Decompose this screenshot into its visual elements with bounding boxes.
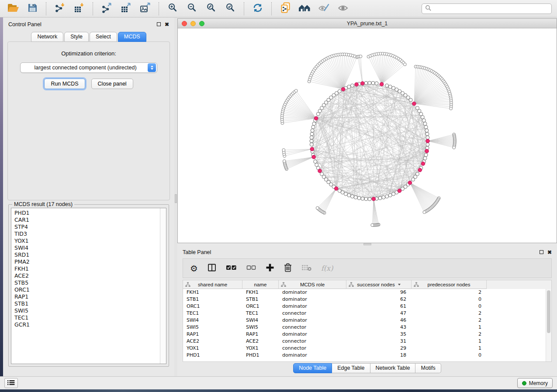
tab-node-table[interactable]: Node Table bbox=[293, 363, 332, 373]
close-panel-icon[interactable]: ✖ bbox=[165, 22, 169, 27]
vertical-splitter[interactable] bbox=[174, 17, 177, 376]
mcds-node[interactable] bbox=[418, 168, 422, 172]
window-close-traffic-light[interactable] bbox=[182, 21, 187, 26]
mcds-node[interactable] bbox=[372, 197, 376, 201]
network-window-titlebar[interactable]: YPA_prune.txt_1 bbox=[178, 19, 557, 28]
mcds-node[interactable] bbox=[355, 83, 359, 86]
first-neighbors-button[interactable] bbox=[296, 2, 313, 16]
mcds-node[interactable] bbox=[312, 155, 316, 159]
delete-column-button[interactable] bbox=[284, 263, 292, 274]
open-file-button[interactable] bbox=[4, 2, 22, 16]
mcds-list-item[interactable]: ACE2 bbox=[14, 272, 160, 279]
mcds-list-item[interactable]: FKH1 bbox=[14, 265, 160, 272]
mcds-node[interactable] bbox=[412, 102, 416, 106]
mcds-node[interactable] bbox=[334, 187, 338, 191]
zoom-out-button[interactable] bbox=[183, 2, 201, 16]
table-row[interactable]: FKH1FKH1dominator962 bbox=[183, 289, 551, 296]
export-image-button[interactable] bbox=[136, 2, 154, 16]
unselect-all-columns-button[interactable] bbox=[246, 265, 256, 272]
mcds-node[interactable] bbox=[408, 181, 412, 185]
float-panel-icon[interactable] bbox=[540, 250, 543, 254]
table-row[interactable]: STB1STB1dominator620 bbox=[183, 296, 551, 303]
export-table-button[interactable] bbox=[117, 2, 135, 16]
table-row[interactable]: RAP1RAP1dominator352 bbox=[183, 331, 551, 338]
mcds-list-item[interactable]: ORC1 bbox=[14, 286, 160, 293]
mcds-node[interactable] bbox=[425, 149, 429, 153]
float-panel-icon[interactable] bbox=[157, 22, 161, 26]
tab-network-table[interactable]: Network Table bbox=[370, 363, 416, 373]
table-row[interactable]: PHD1PHD1dominator180 bbox=[183, 352, 551, 359]
mcds-list-item[interactable]: CAR1 bbox=[14, 217, 160, 224]
table-row[interactable]: SWI5SWI5connector431 bbox=[183, 324, 551, 331]
close-panel-icon[interactable]: ✖ bbox=[547, 250, 552, 255]
table-row[interactable]: YOX1YOX1connector291 bbox=[183, 345, 551, 352]
table-row[interactable]: ACE2ACE2connector311 bbox=[183, 338, 551, 345]
export-network-button[interactable] bbox=[98, 2, 115, 16]
split-panel-button[interactable] bbox=[208, 263, 216, 274]
tab-motifs[interactable]: Motifs bbox=[415, 363, 441, 373]
column-header-shared-name[interactable]: shared name bbox=[183, 280, 242, 289]
search-input[interactable] bbox=[433, 6, 548, 12]
mcds-list-item[interactable]: PMA2 bbox=[14, 258, 160, 265]
criterion-select[interactable]: largest connected component (undirected) bbox=[20, 62, 157, 73]
splitter-handle[interactable] bbox=[363, 243, 371, 245]
clone-network-button[interactable] bbox=[277, 2, 294, 16]
column-header-MCDS-role[interactable]: MCDS role bbox=[279, 280, 346, 289]
window-zoom-traffic-light[interactable] bbox=[199, 21, 204, 26]
table-row[interactable]: SWI4SWI4dominator462 bbox=[183, 317, 551, 324]
table-row[interactable]: TEC1TEC1connector472 bbox=[183, 310, 551, 317]
mcds-list-item[interactable]: STB5 bbox=[14, 279, 160, 286]
mcds-list-item[interactable]: TEC1 bbox=[14, 314, 160, 321]
table-row[interactable]: ORC1ORC1dominator610 bbox=[183, 303, 551, 310]
mcds-list-item[interactable]: RAP1 bbox=[14, 293, 160, 300]
mcds-list-item[interactable]: SWI5 bbox=[14, 307, 160, 314]
mcds-list-scrollbar[interactable] bbox=[160, 208, 166, 364]
network-canvas[interactable] bbox=[178, 28, 557, 243]
column-header-predecessor-nodes[interactable]: predecessor nodes bbox=[412, 280, 487, 289]
tab-network[interactable]: Network bbox=[31, 32, 63, 42]
hide-graphics-details-button[interactable] bbox=[315, 2, 332, 16]
mcds-node[interactable] bbox=[426, 139, 430, 143]
mcds-node[interactable] bbox=[314, 117, 318, 120]
import-table-button[interactable] bbox=[70, 2, 88, 16]
zoom-selected-button[interactable] bbox=[221, 2, 239, 16]
mcds-list-item[interactable]: STB1 bbox=[14, 300, 160, 307]
mcds-node[interactable] bbox=[310, 147, 314, 151]
mcds-node[interactable] bbox=[380, 83, 384, 86]
mcds-node[interactable] bbox=[318, 169, 322, 173]
table-scrollbar-thumb[interactable] bbox=[547, 290, 550, 333]
select-all-columns-button[interactable] bbox=[226, 264, 237, 273]
close-panel-button[interactable]: Close panel bbox=[91, 79, 133, 89]
import-network-button[interactable] bbox=[51, 2, 69, 16]
mcds-list-item[interactable]: SWI4 bbox=[14, 244, 160, 251]
mcds-list-item[interactable]: YOX1 bbox=[14, 237, 160, 244]
save-session-button[interactable] bbox=[24, 2, 41, 16]
show-panels-button[interactable] bbox=[4, 378, 18, 388]
tab-style[interactable]: Style bbox=[64, 32, 89, 42]
tab-mcds[interactable]: MCDS bbox=[118, 32, 146, 42]
show-graphics-details-button[interactable] bbox=[334, 2, 352, 16]
mcds-list-item[interactable]: GCR1 bbox=[14, 321, 160, 328]
memory-button[interactable]: Memory bbox=[517, 378, 553, 388]
add-column-button[interactable] bbox=[266, 263, 274, 274]
column-header-successor-nodes[interactable]: successor nodes bbox=[346, 280, 412, 289]
table-scrollbar[interactable] bbox=[546, 289, 551, 361]
zoom-in-button[interactable] bbox=[164, 2, 181, 16]
refresh-button[interactable] bbox=[249, 2, 266, 16]
run-mcds-button[interactable]: Run MCDS bbox=[44, 79, 85, 89]
mcds-node[interactable] bbox=[360, 82, 364, 86]
table-settings-button[interactable]: ⚙ bbox=[190, 264, 198, 273]
column-header-name[interactable]: name bbox=[242, 280, 279, 289]
mcds-list-item[interactable]: TID3 bbox=[14, 230, 160, 237]
tab-select[interactable]: Select bbox=[90, 32, 117, 42]
window-minimize-traffic-light[interactable] bbox=[190, 21, 196, 26]
zoom-fit-button[interactable] bbox=[202, 2, 220, 16]
mcds-list-item[interactable]: SRD1 bbox=[14, 251, 160, 258]
mcds-node[interactable] bbox=[421, 162, 425, 166]
horizontal-splitter[interactable] bbox=[177, 243, 557, 245]
mcds-node[interactable] bbox=[398, 189, 401, 193]
mcds-list-item[interactable]: PHD1 bbox=[14, 210, 160, 217]
mcds-node[interactable] bbox=[341, 87, 345, 91]
tab-edge-table[interactable]: Edge Table bbox=[332, 363, 370, 373]
search-box[interactable] bbox=[422, 3, 552, 14]
